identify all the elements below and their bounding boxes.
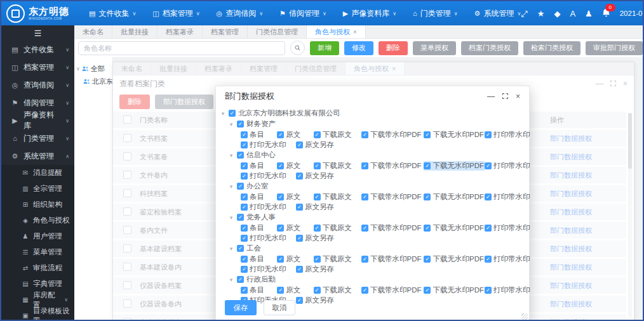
chevron-down-icon[interactable]: ▾ <box>220 110 226 117</box>
permission-checkbox[interactable]: ✓ <box>485 256 492 263</box>
sidebar-item[interactable]: ⚑借阅管理∨ <box>1 94 74 112</box>
minimize-icon[interactable]: — <box>487 93 495 100</box>
sidebar-subitem[interactable]: ▦库房配置∨ <box>1 292 74 308</box>
sidebar-item[interactable]: ⌂门类管理∨ <box>1 129 74 147</box>
permission-checkbox[interactable]: ✓ <box>361 162 368 169</box>
shield-icon[interactable]: ◆ <box>554 10 560 18</box>
sidebar-subitem[interactable]: ♟用户管理 <box>1 228 74 244</box>
font-icon[interactable]: A <box>570 10 575 18</box>
permission-checkbox[interactable]: ✓ <box>296 173 303 180</box>
permission-checkbox[interactable]: ✓ <box>314 225 321 232</box>
permission-checkbox[interactable]: ✓ <box>314 193 321 200</box>
sidebar-item[interactable]: ▶声像资料库∨ <box>1 112 74 129</box>
department-checkbox[interactable]: ✓ <box>237 245 244 252</box>
permission-checkbox[interactable]: ✓ <box>424 193 431 200</box>
topbar-menu-item[interactable]: ⚑借阅管理∨ <box>279 8 326 19</box>
bell-icon[interactable]: 0 <box>602 8 610 19</box>
permission-checkbox[interactable]: ✓ <box>241 204 248 211</box>
permission-checkbox[interactable]: ✓ <box>314 162 321 169</box>
permission-checkbox[interactable]: ✓ <box>241 173 248 180</box>
permission-checkbox[interactable]: ✓ <box>361 287 368 294</box>
sidebar-subitem[interactable]: ▥全宗管理 <box>1 181 74 197</box>
star-icon[interactable]: ★ <box>537 10 545 18</box>
topbar-menu-item[interactable]: ▶声像资料库∨ <box>343 8 396 19</box>
permission-checkbox[interactable]: ✓ <box>277 225 284 232</box>
save-button[interactable]: 保存 <box>225 300 257 315</box>
maximize-icon[interactable] <box>502 93 508 100</box>
user-icon[interactable]: ♟ <box>585 10 593 18</box>
permission-checkbox[interactable]: ✓ <box>485 287 492 294</box>
permission-checkbox[interactable]: ✓ <box>485 225 492 232</box>
permission-checkbox[interactable]: ✓ <box>241 256 248 263</box>
role-name-input[interactable] <box>78 41 285 55</box>
topbar-menu-item[interactable]: ⚙系统管理∨ <box>474 8 521 19</box>
permission-checkbox[interactable]: ✓ <box>241 287 248 294</box>
department-checkbox[interactable]: ✓ <box>237 214 244 221</box>
permission-checkbox[interactable]: ✓ <box>314 131 321 138</box>
sidebar-subitem[interactable]: ▤字典管理 <box>1 276 74 292</box>
permission-checkbox[interactable]: ✓ <box>296 266 303 273</box>
permission-checkbox[interactable]: ✓ <box>361 193 368 200</box>
permission-checkbox[interactable]: ✓ <box>361 131 368 138</box>
permission-checkbox[interactable]: ✓ <box>296 141 303 148</box>
department-checkbox[interactable]: ✓ <box>237 183 244 190</box>
permission-checkbox[interactable]: ✓ <box>241 193 248 200</box>
sidebar-item[interactable]: ▤文件收集∨ <box>1 41 74 58</box>
chevron-down-icon[interactable]: ▾ <box>228 183 234 190</box>
permission-checkbox[interactable]: ✓ <box>241 266 248 273</box>
permission-checkbox[interactable]: ✓ <box>314 287 321 294</box>
department-checkbox[interactable]: ✓ <box>237 276 244 283</box>
permission-checkbox[interactable]: ✓ <box>277 162 284 169</box>
toolbar-button-blue[interactable]: 修改 <box>344 41 373 55</box>
cancel-button[interactable]: 取消 <box>264 300 295 315</box>
toolbar-button-red[interactable]: 删除 <box>379 41 408 55</box>
permission-checkbox[interactable]: ✓ <box>296 235 303 242</box>
sidebar-subitem[interactable]: ◈角色与授权 <box>1 213 74 228</box>
tab-item[interactable]: 批量挂接 <box>112 25 158 38</box>
tree-node-root[interactable]: ∨ 全部 <box>74 62 112 75</box>
department-checkbox[interactable]: ✓ <box>237 152 244 159</box>
permission-checkbox[interactable]: ✓ <box>361 256 368 263</box>
search-button[interactable] <box>290 41 305 55</box>
permission-checkbox[interactable]: ✓ <box>424 225 431 232</box>
permission-checkbox[interactable]: ✓ <box>277 256 284 263</box>
permission-checkbox[interactable]: ✓ <box>485 162 492 169</box>
tab-active[interactable]: 角色与授权× <box>307 25 366 38</box>
permission-checkbox[interactable]: ✓ <box>485 131 492 138</box>
tree-node-company[interactable]: 北京东方明德科技发展有限公司 <box>74 75 112 88</box>
topbar-menu-item[interactable]: ▤文件收集∨ <box>89 8 136 19</box>
sidebar-subitem[interactable]: ▣目录模板设置 <box>1 308 74 320</box>
tab-item[interactable]: 门类信息管理 <box>248 25 307 38</box>
permission-checkbox[interactable]: ✓ <box>277 287 284 294</box>
topbar-menu-item[interactable]: ⌂门类管理∨ <box>413 8 458 19</box>
department-checkbox[interactable]: ✓ <box>237 121 244 128</box>
chevron-down-icon[interactable]: ▾ <box>228 214 234 221</box>
close-icon[interactable]: × <box>353 29 357 36</box>
company-checkbox[interactable]: ✓ <box>229 110 236 117</box>
topbar-menu-item[interactable]: ◎查询借阅∨ <box>217 8 263 19</box>
permission-checkbox[interactable]: ✓ <box>361 225 368 232</box>
sidebar-subitem[interactable]: ⇄审批流程 <box>1 260 74 276</box>
chevron-down-icon[interactable]: ▾ <box>228 277 234 283</box>
toolbar-button-gray[interactable]: 档案门类授权 <box>461 41 518 55</box>
permission-checkbox[interactable]: ✓ <box>424 162 431 169</box>
permission-checkbox[interactable]: ✓ <box>277 193 284 200</box>
permission-checkbox[interactable]: ✓ <box>241 235 248 242</box>
sidebar-item[interactable]: ◎查询借阅∨ <box>1 76 74 94</box>
chevron-down-icon[interactable]: ▾ <box>228 121 234 128</box>
sidebar-subitem[interactable]: ✉消息提醒 <box>1 165 74 181</box>
permission-checkbox[interactable]: ✓ <box>424 131 431 138</box>
sidebar-subitem[interactable]: ⊞组织架构 <box>1 197 74 213</box>
tab-item[interactable]: 档案管理 <box>203 25 248 38</box>
permission-checkbox[interactable]: ✓ <box>296 297 303 304</box>
toolbar-button-gray[interactable]: 审批部门授权 <box>586 41 643 55</box>
hamburger-icon[interactable]: ☰ <box>1 25 74 41</box>
tab-item[interactable]: 未命名 <box>74 25 112 38</box>
tab-item[interactable]: 档案著录 <box>158 25 203 38</box>
permission-checkbox[interactable]: ✓ <box>241 141 248 148</box>
fullscreen-icon[interactable]: ⤢ <box>521 10 527 18</box>
permission-checkbox[interactable]: ✓ <box>241 131 248 138</box>
permission-checkbox[interactable]: ✓ <box>241 225 248 232</box>
permission-checkbox[interactable]: ✓ <box>314 256 321 263</box>
topbar-menu-item[interactable]: ◫档案管理∨ <box>152 8 199 19</box>
